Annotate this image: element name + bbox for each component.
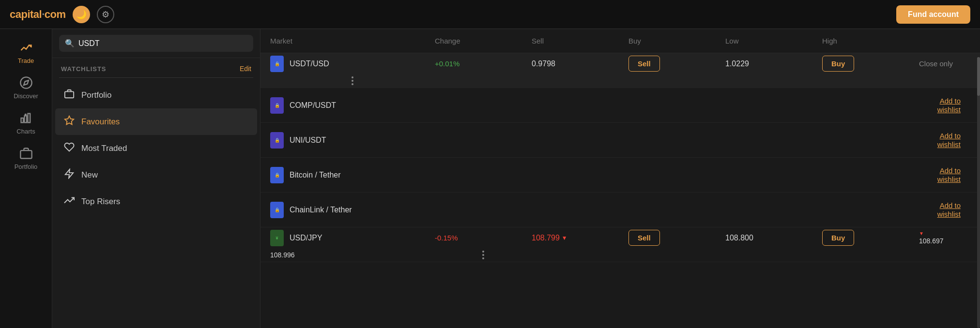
edit-watchlists-button[interactable]: Edit [240,65,251,73]
header-sell: Sell [532,37,628,45]
market-cell-usdt-usd: 🔒 USDT/USD [270,56,435,72]
header-market: Market [270,37,435,45]
crypto-icon-usdt: 🔒 [270,56,284,72]
low-cell-usd-jpy: ▼ 108.697 [919,231,970,245]
sidebar: 🔍 WATCHLISTS Edit Portfolio [52,29,260,328]
low-value-usdt-usd: Close only [919,60,953,68]
sidebar-item-top-risers[interactable]: Top Risers [55,188,257,215]
sell-cell-usdt-usd: 0.9798 [532,60,628,68]
fund-account-button[interactable]: Fund account [896,5,970,24]
portfolio-sidebar-label: Portfolio [81,90,111,100]
sell-value-usdt-usd: 0.9798 [532,60,555,68]
search-input[interactable] [78,39,247,48]
add-to-wishlist-uni[interactable]: Add to wishlist [937,132,961,149]
gear-icon-button[interactable]: ⚙ [97,6,114,23]
change-value-usd-jpy: -0.15% [435,234,458,242]
moon-icon: 🌙 [76,9,87,20]
more-menu-icon[interactable] [270,76,435,85]
content-wrapper: Market Change Sell Buy Low High 🔒 USDT/U… [260,29,980,328]
buy-button-usd-jpy[interactable]: Buy [822,230,854,246]
market-cell-comp-usdt: 🔒 COMP/USDT [270,97,435,114]
crypto-icon-uni: 🔒 [270,132,284,149]
watchlists-header: WATCHLISTS Edit [52,58,260,77]
moon-icon-button[interactable]: 🌙 [73,6,90,23]
sidebar-list: Portfolio Favourites Most Traded [52,78,260,219]
add-to-wishlist-comp[interactable]: Add to wishlist [937,97,961,114]
search-box: 🔍 [52,29,260,58]
trending-icon [64,195,75,208]
table-body: 🔒 USDT/USD +0.01% 0.9798 Sell 1.0229 [260,53,980,324]
low-value-usd-jpy: 108.697 [919,237,970,245]
gear-icon: ⚙ [102,9,109,20]
sell-btn-cell-usd-jpy: Sell [628,230,725,246]
logo-suffix: com [45,8,66,20]
add-to-wishlist-link[interactable]: Add to wishlist [937,201,961,218]
buy-btn-cell-usd-jpy: Buy [822,230,919,246]
wishlist-cell-comp: Add to wishlist [919,97,970,114]
sidebar-item-discover[interactable]: Discover [0,69,52,104]
sidebar-item-portfolio-list[interactable]: Portfolio [55,82,257,108]
change-value-usdt-usd: +0.01% [435,60,459,68]
top-navigation: capital·com 🌙 ⚙ Fund account [0,0,980,29]
trade-label: Trade [18,57,34,64]
sell-value-usd-jpy: 108.799 [532,234,560,242]
portfolio-icon [19,147,33,160]
market-name-chainlink-tether: ChainLink / Tether [290,206,352,214]
new-sidebar-label: New [81,170,98,180]
search-wrap: 🔍 [59,35,253,52]
portfolio-label: Portfolio [15,163,38,170]
svg-rect-7 [65,91,74,98]
crypto-icon-jpy: ¥ [270,230,284,246]
low-arrow: ▼ [919,231,970,236]
buy-cell-usdt-usd: 1.0229 [725,60,822,68]
change-cell-usd-jpy: -0.15% [435,234,532,242]
sidebar-item-favourites[interactable]: Favourites [55,108,257,135]
sidebar-item-trade[interactable]: Trade [0,34,52,69]
brand-logo: capital·com [10,8,66,21]
svg-marker-9 [65,169,74,178]
charts-label: Charts [16,128,35,135]
svg-rect-4 [28,114,30,123]
sidebar-item-new[interactable]: New [55,162,257,188]
wishlist-cell-link: Add to wishlist [919,201,970,219]
sell-button-usd-jpy[interactable]: Sell [628,230,660,246]
change-cell-usdt-usd: +0.01% [435,60,532,68]
market-name-bitcoin-tether: Bitcoin / Tether [290,171,341,179]
svg-rect-2 [21,118,23,122]
high-cell-usd-jpy: 108.996 [270,251,435,259]
add-to-wishlist-btc[interactable]: Add to wishlist [937,166,961,183]
sidebar-item-most-traded[interactable]: Most Traded [55,135,257,162]
header-buy: Buy [628,37,725,45]
sidebar-item-charts[interactable]: Charts [0,104,52,140]
more-menu-icon-jpy[interactable] [435,251,532,259]
wishlist-cell-btc: Add to wishlist [919,166,970,184]
bolt-icon [64,168,75,181]
chart-up-icon [19,41,33,54]
heart-icon [64,142,75,155]
buy-price-cell-usd-jpy: 108.800 [725,234,822,242]
crypto-icon-comp: 🔒 [270,97,284,114]
star-icon [64,115,75,128]
svg-rect-6 [20,150,31,158]
sidebar-item-portfolio[interactable]: Portfolio [0,140,52,175]
header-actions [919,37,948,45]
market-name-usdt-usd: USDT/USD [290,60,329,68]
scrollbar-thumb[interactable] [977,57,980,96]
sell-price-cell-usd-jpy: 108.799 ▼ [532,234,628,242]
svg-point-0 [20,77,31,88]
table-row: 🔒 UNI/USDT Add to wishlist [260,123,980,158]
wishlist-cell-uni: Add to wishlist [919,132,970,149]
table-row: ¥ USD/JPY -0.15% 108.799 ▼ Sell [260,227,980,262]
market-cell-uni-usdt: 🔒 UNI/USDT [270,132,435,149]
table-row: 🔒 USDT/USD +0.01% 0.9798 Sell 1.0229 [260,53,980,88]
watchlists-label: WATCHLISTS [61,65,107,73]
buy-button-usdt-usd[interactable]: Buy [822,56,854,72]
table-row: 🔒 Bitcoin / Tether Add to wishlist [260,158,980,193]
discover-label: Discover [14,92,38,100]
market-name-comp-usdt: COMP/USDT [290,101,336,110]
sell-arrow-down: ▼ [562,235,567,241]
table-row: 🔒 COMP/USDT Add to wishlist [260,88,980,123]
buy-value-usd-jpy: 108.800 [725,234,753,242]
sell-button-usdt-usd[interactable]: Sell [628,56,660,72]
content-area: Market Change Sell Buy Low High 🔒 USDT/U… [260,29,980,328]
